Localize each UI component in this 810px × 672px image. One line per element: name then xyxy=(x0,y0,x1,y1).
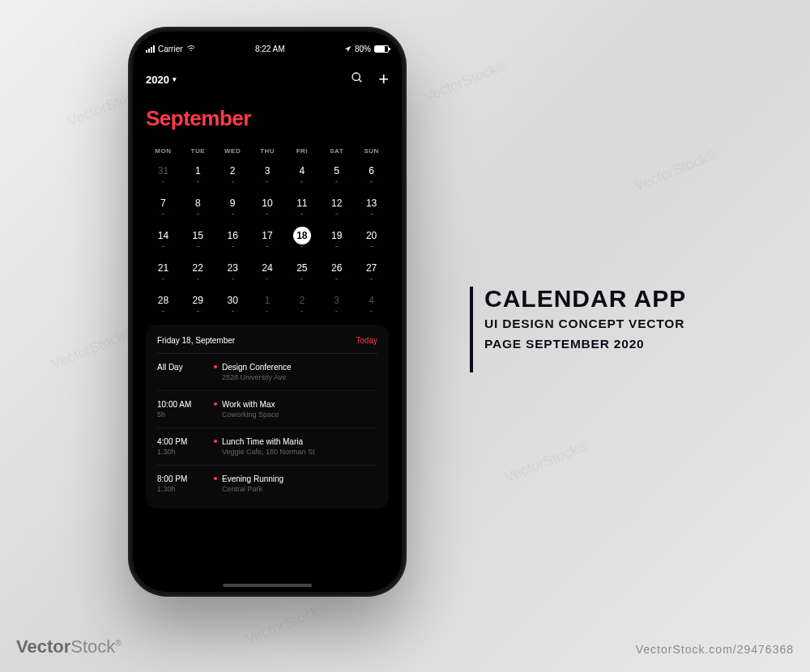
day-cell[interactable]: 1 xyxy=(250,292,285,312)
svg-line-1 xyxy=(359,79,361,82)
day-cell[interactable]: 13 xyxy=(354,195,389,215)
day-cell[interactable]: 3 xyxy=(319,292,354,312)
day-cell[interactable]: 27 xyxy=(354,260,389,279)
calendar-grid: 3112345678910111213141516171819202122232… xyxy=(146,163,389,312)
vectorstock-logo: VectorStock® xyxy=(16,636,122,657)
event-location: Coworking Space xyxy=(222,410,377,419)
event-location: 2828 University Ave xyxy=(222,373,377,381)
day-cell[interactable]: 2 xyxy=(215,163,250,182)
event-time: 8:00 PM xyxy=(157,474,214,483)
signal-icon xyxy=(146,45,155,53)
event-title: Lunch Time with Maria xyxy=(222,437,377,446)
svg-point-0 xyxy=(352,73,360,80)
image-id: VectorStock.com/29476368 xyxy=(636,643,794,656)
status-bar: Carrier 8:22 AM 80% xyxy=(146,41,389,56)
promo-title: CALENDAR APP xyxy=(484,285,686,313)
promo-subtitle-2: PAGE SEPTEMBER 2020 xyxy=(484,334,686,353)
day-cell[interactable]: 15 xyxy=(181,228,215,247)
event-row[interactable]: 10:00 AM5hWork with MaxCoworking Space xyxy=(157,391,377,428)
home-indicator[interactable] xyxy=(223,584,312,587)
agenda-panel[interactable]: Friday 18, September Today All DayDesign… xyxy=(146,325,389,508)
weekday-label: SAT xyxy=(319,147,354,155)
event-time: All Day xyxy=(157,363,214,372)
weekday-label: MON xyxy=(146,147,181,155)
search-button[interactable] xyxy=(351,71,364,87)
weekday-header: MONTUEWEDTHUFRISATSUN xyxy=(146,147,389,155)
event-row[interactable]: All DayDesign Conference2828 University … xyxy=(157,354,377,391)
day-cell[interactable]: 1 xyxy=(181,163,215,182)
add-button[interactable]: + xyxy=(378,70,389,88)
status-time: 8:22 AM xyxy=(255,45,285,53)
weekday-label: TUE xyxy=(181,147,215,155)
watermark: VectorStock® xyxy=(421,57,509,105)
day-cell[interactable]: 24 xyxy=(250,260,285,279)
event-duration: 5h xyxy=(157,410,214,419)
weekday-label: WED xyxy=(215,147,250,155)
search-icon xyxy=(351,71,364,84)
location-icon xyxy=(344,45,352,53)
phone-device-frame: Carrier 8:22 AM 80% 2020 ▾ + Septemb xyxy=(130,28,405,595)
day-cell[interactable]: 18 xyxy=(284,228,319,247)
promo-subtitle-1: UI DESIGN CONCEPT VECTOR xyxy=(484,314,686,333)
watermark: VectorStock® xyxy=(502,437,590,486)
day-cell[interactable]: 29 xyxy=(181,292,215,312)
day-cell[interactable]: 16 xyxy=(215,228,250,247)
day-cell[interactable]: 25 xyxy=(284,260,319,279)
day-cell[interactable]: 19 xyxy=(319,228,354,247)
event-time: 10:00 AM xyxy=(157,400,214,409)
battery-icon xyxy=(374,45,389,53)
carrier-label: Carrier xyxy=(158,45,183,53)
day-cell[interactable]: 4 xyxy=(354,292,389,312)
day-cell[interactable]: 30 xyxy=(215,292,250,312)
day-cell[interactable]: 2 xyxy=(284,292,319,312)
day-cell[interactable]: 14 xyxy=(146,228,181,247)
day-cell[interactable]: 12 xyxy=(319,195,354,215)
day-cell[interactable]: 21 xyxy=(146,260,181,279)
day-cell[interactable]: 23 xyxy=(215,260,250,279)
day-cell[interactable]: 11 xyxy=(284,195,319,215)
watermark: VectorStock® xyxy=(243,599,331,648)
weekday-label: FRI xyxy=(284,147,319,155)
event-duration: 1.30h xyxy=(157,448,214,456)
event-title: Work with Max xyxy=(222,400,377,409)
event-location: Veggie Cafe, 180 Norman St xyxy=(222,448,377,456)
phone-screen: Carrier 8:22 AM 80% 2020 ▾ + Septemb xyxy=(133,32,402,592)
event-duration: 1.30h xyxy=(157,485,214,493)
event-location: Central Park xyxy=(222,485,377,493)
day-cell[interactable]: 22 xyxy=(181,260,215,279)
agenda-date: Friday 18, September xyxy=(157,336,235,345)
day-cell[interactable]: 6 xyxy=(354,163,389,182)
event-title: Design Conference xyxy=(222,363,377,372)
day-cell[interactable]: 7 xyxy=(146,195,181,215)
day-cell[interactable]: 5 xyxy=(319,163,354,182)
promo-block: CALENDAR APP UI DESIGN CONCEPT VECTOR PA… xyxy=(470,285,686,354)
wifi-icon xyxy=(186,44,196,53)
day-cell[interactable]: 20 xyxy=(354,228,389,247)
day-cell[interactable]: 26 xyxy=(319,260,354,279)
weekday-label: SUN xyxy=(354,147,389,155)
day-cell[interactable]: 3 xyxy=(250,163,285,182)
watermark: VectorStock® xyxy=(632,146,720,194)
month-title: September xyxy=(146,106,389,131)
chevron-down-icon: ▾ xyxy=(173,75,177,83)
day-cell[interactable]: 8 xyxy=(181,195,215,215)
promo-accent-bar xyxy=(470,287,473,372)
event-row[interactable]: 4:00 PM1.30hLunch Time with MariaVeggie … xyxy=(157,428,377,466)
year-selector[interactable]: 2020 ▾ xyxy=(146,74,177,86)
day-cell[interactable]: 10 xyxy=(250,195,285,215)
weekday-label: THU xyxy=(250,147,285,155)
battery-percent: 80% xyxy=(355,45,371,53)
day-cell[interactable]: 4 xyxy=(284,163,319,182)
event-title: Evening Running xyxy=(222,474,377,483)
day-cell[interactable]: 17 xyxy=(250,228,285,247)
watermark: VectorStock® xyxy=(49,324,137,372)
day-cell[interactable]: 9 xyxy=(215,195,250,215)
day-cell[interactable]: 28 xyxy=(146,292,181,312)
event-time: 4:00 PM xyxy=(157,437,214,446)
year-label: 2020 xyxy=(146,74,169,86)
today-button[interactable]: Today xyxy=(356,336,377,345)
day-cell[interactable]: 31 xyxy=(146,163,181,182)
event-row[interactable]: 8:00 PM1.30hEvening RunningCentral Park xyxy=(157,466,377,502)
